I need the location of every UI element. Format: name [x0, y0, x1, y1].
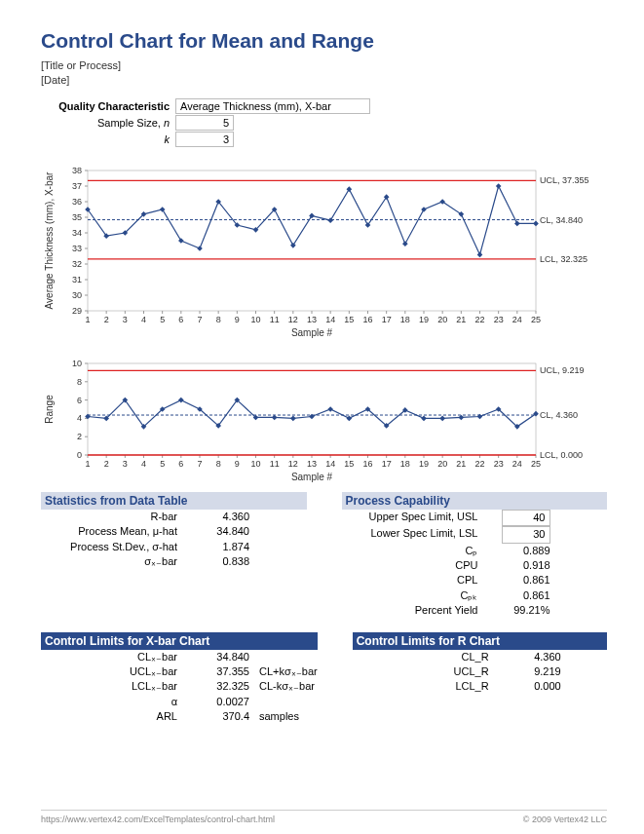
- svg-text:UCL, 37.355: UCL, 37.355: [540, 175, 589, 185]
- svg-text:11: 11: [270, 315, 280, 324]
- svg-text:14: 14: [325, 459, 335, 469]
- title-placeholder: [Title or Process]: [41, 58, 607, 73]
- svg-text:0: 0: [77, 450, 82, 460]
- svg-text:21: 21: [456, 459, 466, 469]
- svg-text:22: 22: [474, 315, 484, 324]
- svg-text:4: 4: [77, 413, 82, 423]
- qc-input[interactable]: Average Thickness (mm), X-bar: [175, 98, 370, 114]
- svg-rect-0: [88, 171, 536, 311]
- svg-text:30: 30: [72, 290, 82, 300]
- stat-label: UCL_R: [353, 664, 497, 679]
- stat-extra: CL-kσₓ₋bar: [253, 679, 315, 694]
- footer-url: https://www.vertex42.com/ExcelTemplates/…: [41, 815, 275, 824]
- svg-text:16: 16: [362, 315, 372, 324]
- svg-text:11: 11: [270, 459, 280, 469]
- capability-rows: Cₚ 0.889 CPU 0.918 CPL 0.861 Cₚₖ 0.861 P…: [342, 544, 608, 619]
- stat-label: ARL: [41, 709, 185, 724]
- stat-label: LCLₓ₋bar: [41, 679, 185, 694]
- svg-text:6: 6: [178, 459, 183, 469]
- n-input[interactable]: 5: [175, 115, 234, 131]
- svg-text:1: 1: [85, 459, 90, 469]
- svg-text:36: 36: [72, 197, 82, 207]
- svg-text:24: 24: [512, 315, 522, 324]
- svg-text:17: 17: [382, 315, 392, 324]
- r-limits-header: Control Limits for R Chart: [353, 632, 607, 650]
- stat-label: Cₚₖ: [342, 588, 486, 603]
- svg-text:4: 4: [141, 459, 146, 469]
- svg-text:LCL, 32.325: LCL, 32.325: [540, 254, 587, 264]
- stat-label: UCLₓ₋bar: [41, 664, 185, 679]
- page-title: Control Chart for Mean and Range: [41, 29, 607, 53]
- stat-value: 0.889: [486, 544, 554, 558]
- stat-value: 37.355: [185, 664, 253, 679]
- xbar-chart: 2930313233343536373812345678910111213141…: [41, 165, 607, 340]
- stat-value: 0.000: [497, 679, 565, 694]
- stat-label: R-bar: [41, 510, 185, 524]
- svg-text:10: 10: [250, 459, 260, 469]
- svg-text:5: 5: [160, 459, 165, 469]
- stat-value: 370.4: [185, 709, 253, 724]
- svg-text:32: 32: [72, 259, 82, 269]
- k-input[interactable]: 3: [175, 132, 234, 147]
- svg-text:15: 15: [344, 315, 354, 324]
- stat-value: 34.840: [185, 650, 253, 664]
- svg-text:35: 35: [72, 212, 82, 222]
- stat-label: Percent Yield: [342, 603, 486, 618]
- stat-value: 0.918: [486, 558, 554, 573]
- svg-text:7: 7: [197, 315, 202, 324]
- lsl-label: Lower Spec Limit, LSL: [342, 526, 486, 543]
- svg-text:3: 3: [123, 459, 128, 469]
- stat-label: CPL: [342, 573, 486, 588]
- svg-text:34: 34: [72, 228, 82, 238]
- svg-text:8: 8: [216, 459, 221, 469]
- svg-text:15: 15: [344, 459, 354, 469]
- xbar-limits-header: Control Limits for X-bar Chart: [41, 632, 318, 650]
- svg-text:CL, 4.360: CL, 4.360: [540, 410, 578, 420]
- stat-label: Cₚ: [342, 544, 486, 558]
- stat-label: CPU: [342, 558, 486, 573]
- svg-text:23: 23: [494, 315, 504, 324]
- svg-text:12: 12: [288, 315, 298, 324]
- r-limits-rows: CL_R 4.360 UCL_R 9.219 LCL_R 0.000: [353, 650, 607, 695]
- svg-text:29: 29: [72, 306, 82, 316]
- svg-text:17: 17: [382, 459, 392, 469]
- usl-label: Upper Spec Limit, USL: [342, 510, 486, 526]
- stats-rows: R-bar 4.360 Process Mean, μ-hat 34.840 P…: [41, 510, 307, 570]
- svg-rect-192: [439, 415, 445, 421]
- svg-rect-187: [347, 415, 353, 421]
- svg-text:38: 38: [72, 166, 82, 175]
- svg-rect-81: [160, 207, 166, 212]
- svg-text:25: 25: [531, 459, 541, 469]
- stat-label: CLₓ₋bar: [41, 650, 185, 664]
- stat-value: 4.360: [185, 510, 253, 524]
- stat-value: 4.360: [497, 650, 565, 664]
- svg-rect-191: [421, 415, 427, 421]
- svg-text:2: 2: [77, 432, 82, 441]
- svg-text:23: 23: [494, 459, 504, 469]
- svg-rect-99: [496, 183, 502, 189]
- svg-text:CL, 34.840: CL, 34.840: [540, 214, 583, 224]
- svg-rect-89: [309, 212, 315, 218]
- qc-label: Quality Characteristic: [41, 100, 175, 112]
- svg-text:2: 2: [104, 459, 109, 469]
- svg-text:31: 31: [72, 275, 82, 284]
- stat-value: 1.874: [185, 540, 253, 554]
- stat-value: 34.840: [185, 524, 253, 539]
- stat-value: 99.21%: [486, 603, 554, 618]
- svg-text:3: 3: [123, 315, 128, 324]
- svg-text:6: 6: [178, 315, 183, 324]
- svg-text:LCL, 0.000: LCL, 0.000: [540, 450, 583, 460]
- svg-text:Sample #: Sample #: [291, 327, 333, 338]
- lsl-input[interactable]: 30: [502, 526, 550, 543]
- svg-rect-98: [477, 251, 483, 257]
- svg-text:9: 9: [235, 459, 240, 469]
- svg-text:6: 6: [77, 395, 82, 404]
- svg-rect-101: [533, 220, 539, 226]
- footer-copyright: © 2009 Vertex42 LLC: [523, 815, 607, 824]
- svg-text:12: 12: [288, 459, 298, 469]
- svg-rect-88: [290, 243, 296, 248]
- stat-value: 9.219: [497, 664, 565, 679]
- svg-text:37: 37: [72, 181, 82, 191]
- usl-input[interactable]: 40: [502, 510, 550, 526]
- stat-extra: samples: [253, 709, 299, 724]
